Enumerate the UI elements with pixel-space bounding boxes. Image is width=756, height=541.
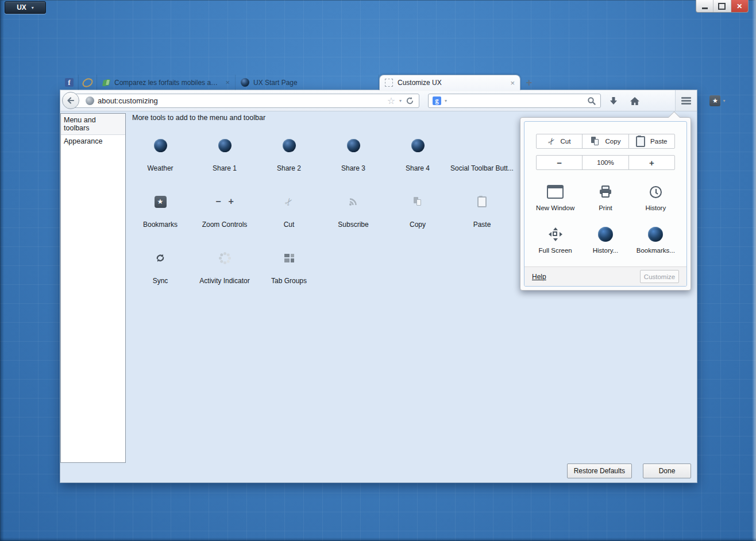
history-button[interactable]: History — [631, 180, 681, 222]
url-text[interactable]: about:customizing — [98, 96, 384, 105]
tool-share-4[interactable]: Share 4 — [385, 129, 450, 186]
help-link[interactable]: Help — [532, 273, 546, 281]
home-button[interactable] — [627, 93, 643, 109]
globe-icon — [283, 139, 296, 152]
tool-activity-indicator[interactable]: Activity Indicator — [192, 242, 257, 298]
tab-customize-ux[interactable]: Customize UX × — [379, 75, 520, 90]
globe-icon — [648, 227, 663, 242]
new-window-button[interactable]: New Window — [530, 180, 580, 222]
item-label: History... — [593, 247, 619, 254]
pinned-tab-orbit[interactable] — [79, 75, 97, 90]
bookmarks-menu-button[interactable]: ★ ▾ — [705, 93, 730, 109]
back-arrow-icon — [66, 96, 75, 105]
tab-comparez[interactable]: Comparez les forfaits mobiles ave... × — [97, 75, 236, 90]
tool-share-1[interactable]: Share 1 — [192, 129, 257, 186]
globe-icon — [598, 227, 613, 242]
tab-strip: f Comparez les forfaits mobiles ave... ×… — [60, 75, 538, 90]
search-engine-dropdown-icon[interactable]: ▾ — [445, 98, 447, 103]
tool-weather[interactable]: Weather — [128, 129, 192, 186]
menu-panel-customize-target: ✂ Cut Copy Paste − 100% — [524, 121, 687, 287]
url-bar[interactable]: about:customizing ☆ ▾ — [71, 94, 419, 108]
pinned-tab-facebook[interactable]: f — [60, 75, 79, 90]
cut-button[interactable]: ✂ Cut — [536, 134, 583, 149]
item-label: New Window — [536, 204, 574, 211]
tool-label: Cut — [284, 221, 295, 229]
history-dropdown-icon[interactable]: ▾ — [399, 98, 402, 103]
tool-label: Activity Indicator — [199, 277, 249, 285]
close-button[interactable]: ✕ — [731, 0, 748, 12]
tab-title: Comparez les forfaits mobiles ave... — [114, 79, 221, 87]
tool-label: Bookmarks — [143, 221, 178, 229]
tool-label: Zoom Controls — [202, 221, 248, 229]
tool-label: Share 2 — [277, 164, 301, 172]
scissors-icon: ✂ — [545, 136, 558, 148]
bookmarks-sidebar-button[interactable]: Bookmarks... — [631, 222, 681, 265]
paste-button[interactable]: Paste — [628, 134, 675, 149]
copy-icon — [413, 197, 423, 206]
zoom-in-button[interactable]: + — [628, 155, 675, 170]
urlbar-action-icons: ☆ ▾ — [387, 96, 414, 106]
google-search-engine-icon[interactable]: g — [433, 96, 441, 105]
customize-sidebar: Menu and toolbars Appearance — [60, 113, 126, 463]
page-identity-icon — [86, 96, 94, 105]
item-label: Print — [599, 204, 612, 211]
printer-icon — [598, 185, 613, 199]
zoom-controls-icon: −+ — [215, 196, 234, 207]
print-button[interactable]: Print — [580, 180, 630, 222]
new-window-icon — [547, 185, 564, 199]
zoom-out-button[interactable]: − — [536, 155, 583, 170]
tool-share-2[interactable]: Share 2 — [257, 129, 321, 186]
tool-label: Sync — [153, 277, 168, 285]
globe-icon — [154, 139, 167, 152]
customize-button[interactable]: Customize — [640, 270, 679, 283]
globe-favicon — [241, 78, 249, 87]
restore-defaults-button[interactable]: Restore Defaults — [567, 463, 632, 478]
chevron-down-icon: ▾ — [32, 5, 34, 10]
done-button[interactable]: Done — [643, 463, 691, 478]
zoom-reset-button[interactable]: 100% — [582, 155, 628, 170]
tool-subscribe[interactable]: Subscribe — [321, 186, 385, 242]
tab-close-icon[interactable]: × — [225, 79, 230, 86]
tab-close-icon[interactable]: × — [510, 79, 515, 87]
app-menu-button[interactable]: UX ▾ — [5, 1, 46, 14]
tool-social-toolbar-button[interactable]: Social Toolbar Butt... — [450, 129, 514, 186]
zoom-level: 100% — [597, 159, 614, 166]
tool-cut[interactable]: ✂ Cut — [257, 186, 321, 242]
back-button[interactable] — [62, 92, 79, 109]
search-bar[interactable]: g ▾ — [428, 94, 601, 108]
tool-zoom-controls[interactable]: −+ Zoom Controls — [192, 186, 257, 242]
window-edge-bottom — [0, 538, 756, 541]
globe-icon — [218, 139, 232, 152]
tool-sync[interactable]: Sync — [128, 242, 192, 298]
globe-icon — [347, 139, 360, 152]
reload-icon[interactable] — [406, 96, 414, 105]
sidebar-item-menu-and-toolbars[interactable]: Menu and toolbars — [61, 114, 125, 135]
menu-panel-button[interactable] — [676, 90, 697, 111]
new-tab-button[interactable]: + — [520, 75, 538, 90]
tab-ux-start-page[interactable]: UX Start Page — [236, 75, 379, 90]
full-screen-button[interactable]: Full Screen — [530, 222, 580, 265]
minimize-button[interactable] — [696, 0, 713, 12]
item-label: Bookmarks... — [637, 247, 675, 254]
tool-share-3[interactable]: Share 3 — [321, 129, 385, 186]
rss-icon — [348, 196, 358, 207]
chevron-down-icon: ▾ — [723, 98, 725, 103]
hamburger-icon — [681, 97, 691, 105]
customize-palette-title: More tools to add to the menu and toolba… — [132, 114, 265, 122]
tool-bookmarks[interactable]: ★ Bookmarks — [128, 186, 192, 242]
maximize-button[interactable] — [713, 0, 730, 12]
bookmark-star-icon[interactable]: ☆ — [387, 96, 395, 106]
copy-button[interactable]: Copy — [582, 134, 628, 149]
tool-tab-groups[interactable]: Tab Groups — [257, 242, 321, 298]
tab-title: UX Start Page — [253, 79, 373, 87]
sidebar-item-appearance[interactable]: Appearance — [61, 135, 125, 148]
tool-label: Copy — [410, 221, 426, 229]
item-label: Full Screen — [539, 247, 572, 254]
downloads-button[interactable] — [605, 93, 622, 109]
search-icon[interactable] — [587, 96, 596, 106]
tool-copy[interactable]: Copy — [385, 186, 450, 242]
paste-icon — [477, 196, 487, 207]
spinner-icon — [223, 257, 226, 260]
tool-paste[interactable]: Paste — [450, 186, 514, 242]
history-sidebar-button[interactable]: History... — [580, 222, 630, 265]
